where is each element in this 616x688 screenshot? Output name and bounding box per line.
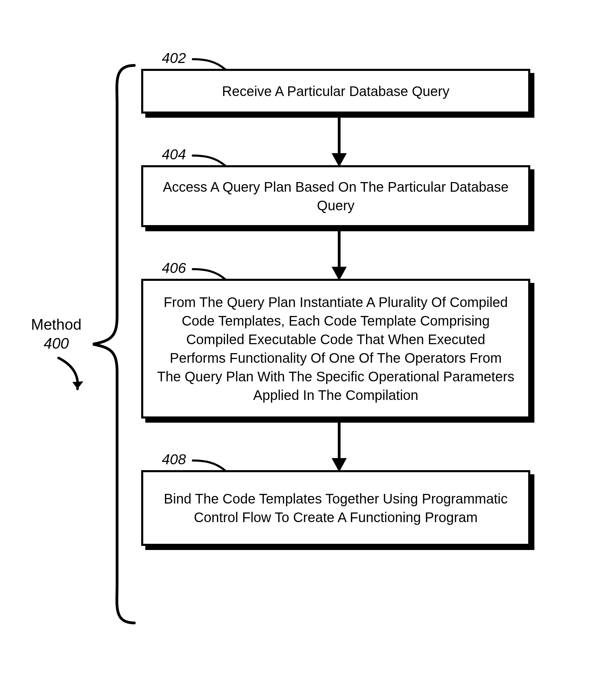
step-text: From The Query Plan Instantiate A Plural… bbox=[157, 293, 514, 404]
step-box: Bind The Code Templates Together Using P… bbox=[141, 470, 530, 546]
step-box: Receive A Particular Database Query bbox=[141, 69, 530, 114]
svg-marker-6 bbox=[332, 458, 347, 472]
method-title: Method bbox=[31, 315, 82, 334]
step-number: 402 bbox=[162, 50, 186, 66]
method-label: Method 400 bbox=[31, 315, 82, 353]
label-leader-icon bbox=[191, 149, 229, 168]
label-leader-icon bbox=[191, 262, 229, 281]
step-404: 404 Access A Query Plan Based On The Par… bbox=[141, 165, 537, 227]
step-box: From The Query Plan Instantiate A Plural… bbox=[141, 279, 530, 419]
step-number: 408 bbox=[162, 451, 186, 467]
step-406: 406 From The Query Plan Instantiate A Pl… bbox=[141, 279, 537, 419]
svg-marker-2 bbox=[332, 153, 347, 167]
step-text: Access A Query Plan Based On The Particu… bbox=[160, 178, 511, 215]
label-leader-icon bbox=[191, 454, 229, 473]
flowchart: 402 Receive A Particular Database Query … bbox=[141, 69, 537, 546]
svg-marker-0 bbox=[72, 381, 83, 389]
step-label: 408 bbox=[162, 451, 186, 468]
step-number: 406 bbox=[162, 260, 186, 276]
step-box: Access A Query Plan Based On The Particu… bbox=[141, 165, 530, 227]
step-label: 406 bbox=[162, 260, 186, 276]
svg-marker-4 bbox=[332, 267, 347, 281]
brace-icon bbox=[90, 62, 138, 626]
step-408: 408 Bind The Code Templates Together Usi… bbox=[141, 470, 537, 546]
step-number: 404 bbox=[162, 146, 186, 162]
step-402: 402 Receive A Particular Database Query bbox=[141, 69, 537, 114]
label-leader-icon bbox=[191, 52, 229, 71]
step-text: Receive A Particular Database Query bbox=[222, 82, 449, 100]
method-number: 400 bbox=[31, 334, 82, 353]
step-label: 402 bbox=[162, 50, 186, 66]
method-arrow-icon bbox=[52, 354, 86, 396]
step-label: 404 bbox=[162, 146, 186, 163]
step-text: Bind The Code Templates Together Using P… bbox=[160, 489, 511, 527]
diagram-canvas: Method 400 402 Receive A Particular Data… bbox=[0, 0, 616, 688]
